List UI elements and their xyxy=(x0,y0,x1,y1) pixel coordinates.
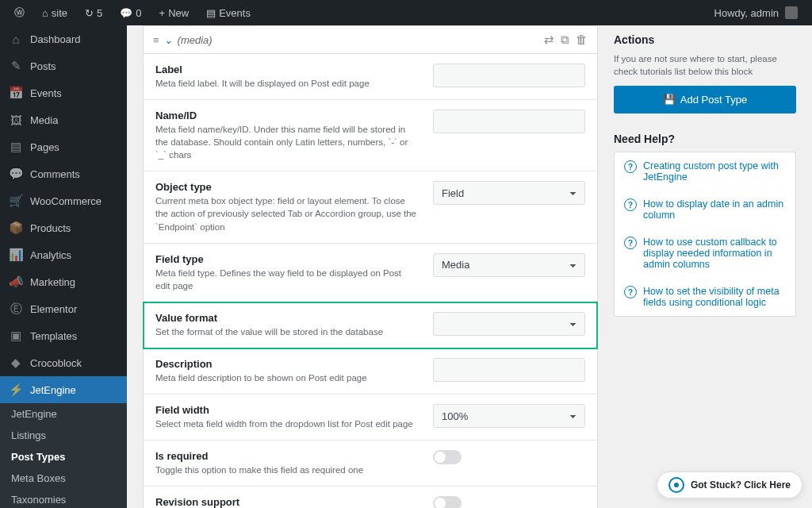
field-desc: Meta field label. It will be displayed o… xyxy=(155,77,417,90)
events-link[interactable]: ▤Events xyxy=(200,7,257,19)
field-fieldtype: Field typeMeta field type. Defines the w… xyxy=(144,244,597,302)
help-link[interactable]: ?How to use custom callback to display n… xyxy=(615,229,795,278)
avatar xyxy=(785,6,798,19)
got-stuck-button[interactable]: Got Stuck? Click Here xyxy=(657,471,802,498)
breadcrumb[interactable]: ≡ ⌄ (media) xyxy=(153,34,213,46)
sidebar-item-products[interactable]: 📦Products xyxy=(0,214,127,241)
field-title: Field width xyxy=(155,404,417,416)
add-post-type-button[interactable]: 💾Add Post Type xyxy=(614,86,796,114)
nameid-input[interactable] xyxy=(433,110,585,133)
field-fieldwidth: Field widthSelect meta field width from … xyxy=(144,394,597,441)
sidebar-item-dashboard[interactable]: ⌂Dashboard xyxy=(0,25,127,52)
field-desc: Current meta box object type: field or l… xyxy=(155,194,417,233)
elementor-icon: Ⓔ xyxy=(8,301,24,317)
help-title: Need Help? xyxy=(614,133,796,145)
shuffle-icon[interactable]: ⇄ xyxy=(544,33,554,47)
updates-link[interactable]: ↻5 xyxy=(79,7,109,19)
required-toggle[interactable] xyxy=(433,450,462,464)
help-list: ?Creating custom post type with JetEngin… xyxy=(614,152,796,317)
sidebar-item-comments[interactable]: 💬Comments xyxy=(0,160,127,187)
wp-logo[interactable]: ⓦ xyxy=(8,6,31,20)
sidebar-item-templates[interactable]: ▣Templates xyxy=(0,322,127,349)
help-link[interactable]: ?How to display date in an admin column xyxy=(615,190,795,229)
revision-toggle[interactable] xyxy=(433,496,462,508)
sidebar-item-media[interactable]: 🖼Media xyxy=(0,106,127,133)
howdy-user[interactable]: Howdy, admin xyxy=(708,6,804,19)
description-input[interactable] xyxy=(433,358,585,382)
events-icon: 📅 xyxy=(8,85,24,101)
field-desc: Meta field name/key/ID. Under this name … xyxy=(155,123,417,161)
field-title: Value format xyxy=(155,312,417,324)
help-link[interactable]: ?How to set the visibility of meta field… xyxy=(615,278,795,316)
jetengine-icon: ⚡ xyxy=(8,382,24,398)
meta-field-card: ≡ ⌄ (media) ⇄ ⧉ 🗑 LabelMeta field label.… xyxy=(143,25,598,508)
update-icon: ↻ xyxy=(85,7,94,19)
field-description: DescriptionMeta field description to be … xyxy=(144,348,597,394)
field-required: Is requiredToggle this option to make th… xyxy=(144,441,597,487)
pages-icon: ▤ xyxy=(8,139,24,155)
field-title: Revision support xyxy=(155,496,417,508)
question-icon: ? xyxy=(624,237,637,249)
sidebar-item-woocommerce[interactable]: 🛒WooCommerce xyxy=(0,187,127,214)
new-link[interactable]: +New xyxy=(153,7,196,19)
help-link[interactable]: ?Creating custom post type with JetEngin… xyxy=(615,152,795,190)
sidebar-item-analytics[interactable]: 📊Analytics xyxy=(0,241,127,268)
valueformat-select[interactable] xyxy=(433,312,585,336)
marketing-icon: 📣 xyxy=(8,274,24,290)
sidebar-submenu: JetEngine Listings Post Types Meta Boxes… xyxy=(0,403,127,508)
question-icon: ? xyxy=(624,198,637,211)
copy-icon[interactable]: ⧉ xyxy=(561,33,569,47)
sub-jetengine[interactable]: JetEngine xyxy=(0,403,127,425)
save-icon: 💾 xyxy=(663,94,676,106)
field-desc: Toggle this option to make this field as… xyxy=(155,464,417,476)
label-input[interactable] xyxy=(433,64,585,87)
delete-icon[interactable]: 🗑 xyxy=(576,33,588,47)
question-icon: ? xyxy=(624,286,637,298)
field-label: LabelMeta field label. It will be displa… xyxy=(144,54,597,100)
field-title: Description xyxy=(155,358,417,370)
crocoblock-icon: ◆ xyxy=(8,355,24,371)
field-title: Field type xyxy=(155,253,417,265)
sub-taxonomies[interactable]: Taxonomies xyxy=(0,489,127,508)
comments-icon: 💬 xyxy=(8,166,24,182)
home-icon: ⌂ xyxy=(42,7,48,19)
site-link[interactable]: ⌂site xyxy=(36,7,74,19)
plus-icon: + xyxy=(159,7,166,19)
analytics-icon: 📊 xyxy=(8,247,24,263)
wordpress-icon: ⓦ xyxy=(14,6,25,20)
sidebar-item-crocoblock[interactable]: ◆Crocoblock xyxy=(0,349,127,376)
comments-link[interactable]: 💬0 xyxy=(113,7,147,19)
sidebar-item-events[interactable]: 📅Events xyxy=(0,79,127,106)
objtype-select[interactable]: Field xyxy=(433,181,585,205)
sub-listings[interactable]: Listings xyxy=(0,425,127,446)
field-nameid: Name/IDMeta field name/key/ID. Under thi… xyxy=(144,100,597,171)
sub-post-types[interactable]: Post Types xyxy=(0,446,127,468)
sidebar-item-marketing[interactable]: 📣Marketing xyxy=(0,268,127,295)
field-desc: Meta field description to be shown on Po… xyxy=(155,371,417,384)
templates-icon: ▣ xyxy=(8,328,24,344)
field-revision: Revision supportToggle this option to ma… xyxy=(144,487,597,508)
fieldwidth-select[interactable]: 100% xyxy=(433,404,585,428)
question-icon: ? xyxy=(624,160,637,173)
drag-icon[interactable]: ≡ xyxy=(153,34,159,46)
media-icon: 🖼 xyxy=(8,112,24,128)
card-header: ≡ ⌄ (media) ⇄ ⧉ 🗑 xyxy=(144,26,597,54)
field-title: Name/ID xyxy=(155,110,417,121)
chevron-down-icon[interactable]: ⌄ xyxy=(164,34,173,46)
posts-icon: ✎ xyxy=(8,58,24,74)
actions-desc: If you are not sure where to start, plea… xyxy=(614,52,796,78)
sub-meta-boxes[interactable]: Meta Boxes xyxy=(0,468,127,489)
field-title: Label xyxy=(155,64,417,75)
sidebar-item-jetengine[interactable]: ⚡JetEngine xyxy=(0,376,127,403)
sidebar-item-posts[interactable]: ✎Posts xyxy=(0,52,127,79)
dashboard-icon: ⌂ xyxy=(8,31,24,47)
actions-title: Actions xyxy=(614,33,796,46)
woocommerce-icon: 🛒 xyxy=(8,193,24,209)
sidebar-item-pages[interactable]: ▤Pages xyxy=(0,133,127,160)
field-valueformat: Value formatSet the format of the value … xyxy=(144,302,597,348)
comment-icon: 💬 xyxy=(120,7,132,19)
field-title: Is required xyxy=(155,450,417,462)
sidebar-item-elementor[interactable]: ⒺElementor xyxy=(0,295,127,322)
fieldtype-select[interactable]: Media xyxy=(433,253,585,277)
field-desc: Select meta field width from the dropdow… xyxy=(155,418,417,430)
